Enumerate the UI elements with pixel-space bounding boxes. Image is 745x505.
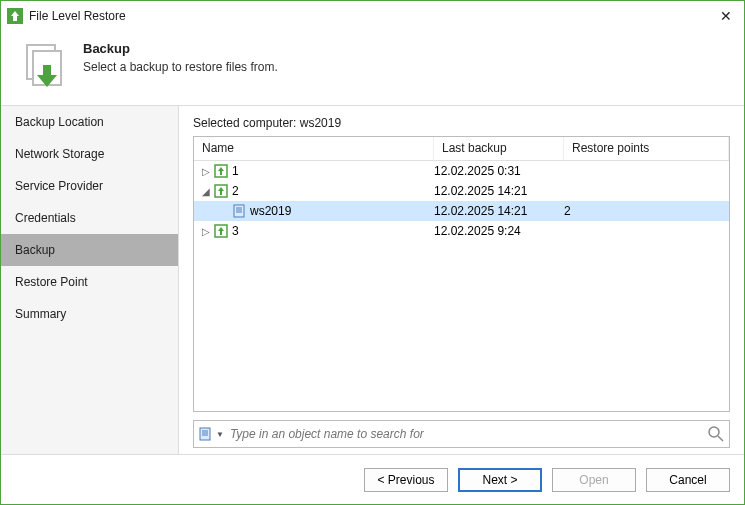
sidebar-item-label: Network Storage [15,147,104,161]
cancel-button[interactable]: Cancel [646,468,730,492]
row-name: 2 [232,184,239,198]
wizard-sidebar: Backup Location Network Storage Service … [1,106,179,454]
search-icon[interactable] [707,425,725,443]
wizard-header: Backup Select a backup to restore files … [1,31,744,105]
wizard-footer: < Previous Next > Open Cancel [1,454,744,504]
window-title: File Level Restore [29,9,714,23]
sidebar-item-summary[interactable]: Summary [1,298,178,330]
table-row[interactable]: ws2019 12.02.2025 14:21 2 [194,201,729,221]
sidebar-item-service-provider[interactable]: Service Provider [1,170,178,202]
row-last-backup: 12.02.2025 9:24 [434,224,564,238]
column-last-backup[interactable]: Last backup [434,137,564,160]
table-row[interactable]: ▷ 1 12.02.2025 0:31 [194,161,729,181]
page-subtitle: Select a backup to restore files from. [83,60,278,74]
sidebar-item-label: Backup [15,243,55,257]
row-last-backup: 12.02.2025 0:31 [434,164,564,178]
computer-icon [232,204,246,218]
search-input[interactable] [230,427,707,441]
svg-rect-5 [234,205,244,217]
app-icon [7,8,23,24]
backup-tree-table: Name Last backup Restore points ▷ 1 12.0… [193,136,730,412]
restore-icon [21,41,69,89]
sidebar-item-restore-point[interactable]: Restore Point [1,266,178,298]
row-restore-points: 2 [564,204,729,218]
search-bar: ▼ [193,420,730,448]
svg-rect-10 [200,428,210,440]
row-last-backup: 12.02.2025 14:21 [434,204,564,218]
job-icon [214,164,228,178]
next-button[interactable]: Next > [458,468,542,492]
row-last-backup: 12.02.2025 14:21 [434,184,564,198]
previous-button[interactable]: < Previous [364,468,448,492]
main-panel: Selected computer: ws2019 Name Last back… [179,106,744,454]
svg-point-14 [709,427,719,437]
expand-collapsed-icon[interactable]: ▷ [200,226,212,237]
sidebar-item-label: Summary [15,307,66,321]
sidebar-item-network-storage[interactable]: Network Storage [1,138,178,170]
sidebar-item-label: Service Provider [15,179,103,193]
table-row[interactable]: ▷ 3 12.02.2025 9:24 [194,221,729,241]
table-header: Name Last backup Restore points [194,137,729,161]
close-icon[interactable]: ✕ [714,6,738,26]
svg-line-15 [718,436,723,441]
row-name: 1 [232,164,239,178]
column-restore-points[interactable]: Restore points [564,137,729,160]
row-name: ws2019 [250,204,291,218]
column-name[interactable]: Name [194,137,434,160]
sidebar-item-backup-location[interactable]: Backup Location [1,106,178,138]
titlebar: File Level Restore ✕ [1,1,744,31]
open-button: Open [552,468,636,492]
expand-expanded-icon[interactable]: ◢ [200,186,212,197]
selected-computer-label: Selected computer: ws2019 [193,116,730,130]
sidebar-item-backup[interactable]: Backup [1,234,178,266]
table-row[interactable]: ◢ 2 12.02.2025 14:21 [194,181,729,201]
page-title: Backup [83,41,278,56]
chevron-down-icon[interactable]: ▼ [216,430,224,439]
sidebar-item-label: Restore Point [15,275,88,289]
sidebar-item-label: Credentials [15,211,76,225]
sidebar-item-label: Backup Location [15,115,104,129]
job-icon [214,184,228,198]
job-icon [214,224,228,238]
sidebar-item-credentials[interactable]: Credentials [1,202,178,234]
filter-type-icon[interactable] [198,427,212,441]
table-body: ▷ 1 12.02.2025 0:31 ◢ 2 12.02.2025 14:21 [194,161,729,411]
expand-collapsed-icon[interactable]: ▷ [200,166,212,177]
row-name: 3 [232,224,239,238]
